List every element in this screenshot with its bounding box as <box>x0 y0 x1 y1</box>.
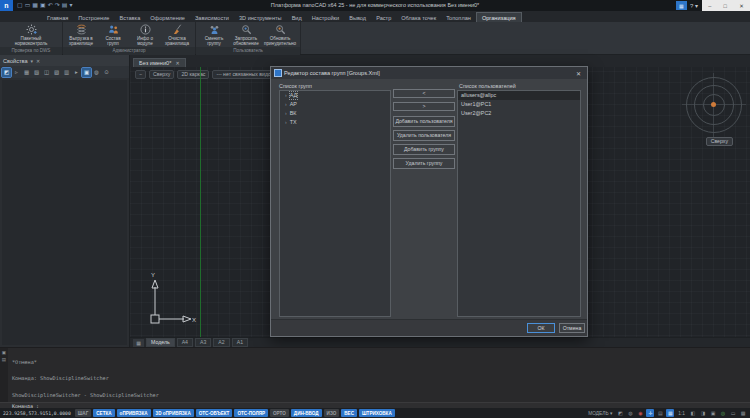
maximize-button[interactable]: □ <box>724 3 727 9</box>
close-button[interactable]: ✕ <box>739 3 744 9</box>
model-space-button[interactable]: МОДЕЛЬ ▾ <box>588 411 612 416</box>
tab-vyvod[interactable]: Вывод <box>344 13 371 22</box>
expander-icon[interactable]: › <box>285 101 287 108</box>
annotation-scale-icon[interactable]: ▦ <box>666 409 674 417</box>
document-tab-close-icon[interactable]: ✕ <box>175 60 179 66</box>
force-update-button[interactable]: Обновить принудительно <box>263 23 297 47</box>
panel-close-icon[interactable]: ✕ <box>36 58 40 64</box>
redo-icon[interactable]: ↷ <box>55 0 60 11</box>
filter-icon[interactable]: ▨ <box>52 68 61 77</box>
layout-tab-a4[interactable]: А4 <box>177 338 193 347</box>
arrow-icon[interactable]: ▸ <box>72 68 81 77</box>
tab-3d-instrumenty[interactable]: 3D инструменты <box>234 13 287 22</box>
save-icon[interactable]: ▦ <box>32 0 38 11</box>
clean-storage-button[interactable]: Очистка хранилища <box>162 23 192 47</box>
command-history-icon[interactable]: ▣ <box>2 350 6 355</box>
sheet-icon[interactable]: ▤ <box>656 409 664 417</box>
isolate-objects-icon[interactable]: ▭ <box>729 409 737 417</box>
tab-vstavka[interactable]: Вставка <box>114 13 145 22</box>
view-compass[interactable] <box>686 77 742 133</box>
request-update-button[interactable]: Запросить обновление <box>231 23 261 47</box>
undo-icon[interactable]: ↶ <box>48 0 53 11</box>
toggle-hatch[interactable]: ШТРИХОВКА <box>359 409 395 417</box>
layout-tab-a2[interactable]: А2 <box>213 338 229 347</box>
minimize-button[interactable]: – <box>708 3 711 9</box>
save-as-icon[interactable]: ▣ <box>40 0 46 11</box>
notifications-icon[interactable]: ◎ <box>719 409 727 417</box>
remove-group-button[interactable]: Удалить группу <box>393 158 455 169</box>
expander-icon[interactable]: › <box>285 110 287 117</box>
dropdown-icon[interactable]: ▾ <box>69 0 72 11</box>
tab-vid[interactable]: Вид <box>287 13 307 22</box>
toggle-snap[interactable]: ШАГ <box>75 409 92 417</box>
units-icon[interactable]: ◨ <box>699 409 707 417</box>
add-user-button[interactable]: Добавить пользователя <box>393 116 455 127</box>
select-similar-icon[interactable]: ◫ <box>42 68 51 77</box>
user-list-item[interactable]: User2@PC2 <box>458 109 580 118</box>
toggle-osnap[interactable]: оПРИВЯЗКА <box>117 409 151 417</box>
toggle-iso[interactable]: ИЗО <box>324 409 340 417</box>
change-group-button[interactable]: Сменить группу <box>199 23 229 47</box>
select-icon[interactable]: ◩ <box>2 68 11 77</box>
add-group-button[interactable]: Добавить группу <box>393 144 455 155</box>
group-list-item[interactable]: › АР <box>280 100 390 109</box>
move-right-button[interactable]: > <box>393 102 455 111</box>
ok-button[interactable]: ОК <box>527 323 555 333</box>
group-list-item[interactable]: › ТХ <box>280 118 390 127</box>
cancel-button[interactable]: Отмена <box>559 323 585 333</box>
compass-view-label[interactable]: Сверху <box>706 137 733 146</box>
tab-postroenie[interactable]: Построение <box>73 13 114 22</box>
highlight-icon[interactable]: ▣ <box>82 68 91 77</box>
toggle-lineweight[interactable]: ВЕС <box>341 409 357 417</box>
viewport-view-control[interactable]: Сверху <box>149 70 174 79</box>
clean-screen-icon[interactable]: ▣ <box>709 409 717 417</box>
toggle-ortho[interactable]: ОРТО <box>270 409 289 417</box>
toggle-object-tracking[interactable]: ОТС-ОБЪЕКТ <box>196 409 233 417</box>
copy-properties-icon[interactable]: ▦ <box>22 68 31 77</box>
quick-select-icon[interactable]: ▧ <box>32 68 41 77</box>
expander-icon[interactable]: › <box>285 92 287 99</box>
dialog-close-icon[interactable]: ✕ <box>574 70 583 77</box>
app-logo[interactable]: n <box>0 0 13 11</box>
user-list-item[interactable]: User1@PC1 <box>458 100 580 109</box>
tab-nastroyki[interactable]: Настройки <box>307 13 344 22</box>
lock-layers-icon[interactable]: ◧ <box>689 409 697 417</box>
open-folder-icon[interactable]: ▭ <box>25 0 31 11</box>
module-info-button[interactable]: Инфо о модуле <box>130 23 160 47</box>
viewport-visual-style-control[interactable]: 2D каркас <box>177 70 209 79</box>
layers-icon[interactable]: ▥ <box>62 68 71 77</box>
grips-icon[interactable]: ◍ <box>626 409 634 417</box>
viewport-minimize-control[interactable]: − <box>135 70 146 79</box>
batch-normcontrol-button[interactable]: Пакетный нормоконтроль <box>3 23 59 47</box>
layout-tab-model[interactable]: Модель <box>146 338 175 347</box>
command-options-icon[interactable]: ▤ <box>2 357 6 362</box>
info-icon[interactable]: ⊙ <box>102 68 111 77</box>
toggle-dynamic-input[interactable]: ДИН-ВВОД <box>291 409 322 417</box>
tab-glavnaya[interactable]: Главная <box>42 13 73 22</box>
annotation-scale-value[interactable]: 1:1 <box>676 411 687 416</box>
group-membership-button[interactable]: Состав групп <box>98 23 128 47</box>
tab-topoplan[interactable]: Топоплан <box>441 13 476 22</box>
toggle-grid[interactable]: СЕТКА <box>93 409 114 417</box>
print-icon[interactable]: ▤ <box>62 0 68 11</box>
toggle-3d-osnap[interactable]: 3D оПРИВЯЗКА <box>153 409 194 417</box>
users-list[interactable]: allusers@allpc User1@PC1 User2@PC2 <box>457 90 581 317</box>
tab-oformlenie[interactable]: Оформление <box>145 13 190 22</box>
groups-list[interactable]: › АД › АР › ВК › ТХ <box>279 90 391 317</box>
layout-tab-a3[interactable]: А3 <box>195 338 211 347</box>
move-left-button[interactable]: < <box>393 89 455 98</box>
tab-zavisimosti[interactable]: Зависимости <box>190 13 234 22</box>
layout-tab-a1[interactable]: А1 <box>232 338 248 347</box>
remove-user-button[interactable]: Удалить пользователя <box>393 130 455 141</box>
tab-organizatsiya[interactable]: Организация <box>476 12 522 22</box>
help-button[interactable]: ? ▾ <box>690 2 698 9</box>
toggle-polar-tracking[interactable]: ОТС-ПОЛЯР <box>234 409 268 417</box>
new-file-icon[interactable]: ▢ <box>17 0 23 11</box>
selection-cycling-icon[interactable]: ◩ <box>616 409 624 417</box>
layout-list-icon[interactable]: ▦ <box>133 339 144 347</box>
tab-oblaka-tochek[interactable]: Облака точек <box>396 13 441 22</box>
tab-rastr[interactable]: Растр <box>371 13 396 22</box>
upload-to-storage-button[interactable]: Выгрузка в хранилище <box>66 23 96 47</box>
pick-icon[interactable]: ▹ <box>12 68 21 77</box>
document-tab[interactable]: Без имени0* ✕ <box>133 58 186 67</box>
